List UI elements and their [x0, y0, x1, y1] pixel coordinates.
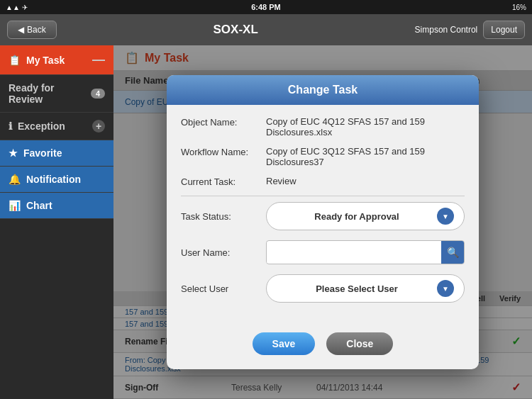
task-status-value: Ready for Approval — [277, 211, 437, 222]
object-name-field: Object Name: Copy of EUC 4Q12 SFAS 157 a… — [181, 116, 465, 137]
close-button[interactable]: Close — [326, 332, 393, 355]
badge-count: 4 — [91, 89, 105, 99]
change-task-modal: Change Task Object Name: Copy of EUC 4Q1… — [167, 75, 479, 369]
chevron-down-icon: ▼ — [437, 208, 454, 225]
wifi-icon: ▲▲ ✈ — [6, 4, 28, 11]
select-user-label: Select User — [181, 283, 266, 294]
minus-icon: — — [92, 52, 105, 67]
sidebar: 📋 My Task — Ready for Review 4 ℹ Excepti… — [0, 45, 113, 399]
sidebar-item-chart[interactable]: 📊 Chart — [0, 193, 113, 219]
current-task-value: Review — [266, 176, 465, 186]
workflow-name-label: Workflow Name: — [181, 146, 266, 157]
status-time: 6:48 PM — [251, 3, 281, 11]
content-area: 📋 My Task File Name Req. Action Prev. Us… — [113, 45, 532, 399]
object-name-value: Copy of EUC 4Q12 SFAS 157 and 159 Disclo… — [266, 116, 465, 137]
sidebar-item-label: Exception — [18, 120, 65, 132]
modal-header: Change Task — [167, 75, 479, 105]
back-label: Back — [27, 25, 46, 35]
workflow-name-value: Copy of EUC 3Q12 SFAS 157 and 159 Disclo… — [266, 146, 465, 167]
clipboard-icon: 📋 — [9, 55, 21, 66]
back-chevron-icon: ◀ — [18, 25, 24, 35]
top-nav-bar: ◀ Back SOX-XL Simpson Control Logout — [0, 14, 532, 45]
logout-button[interactable]: Logout — [483, 21, 525, 39]
modal-body: Object Name: Copy of EUC 4Q12 SFAS 157 a… — [167, 105, 479, 324]
search-button[interactable]: 🔍 — [441, 241, 464, 264]
sidebar-item-label: Favorite — [23, 147, 62, 159]
user-name-field: User Name: 🔍 — [181, 240, 465, 264]
sidebar-item-label: Chart — [26, 200, 52, 211]
user-name-label: User Name: — [181, 247, 266, 258]
star-icon: ★ — [9, 147, 18, 159]
sidebar-item-notification[interactable]: 🔔 Notification — [0, 167, 113, 193]
modal-divider — [181, 196, 465, 196]
modal-overlay: Change Task Object Name: Copy of EUC 4Q1… — [113, 45, 532, 399]
back-button[interactable]: ◀ Back — [7, 21, 57, 39]
user-name-label: Simpson Control — [415, 25, 478, 35]
modal-title: Change Task — [288, 84, 358, 96]
select-user-dropdown[interactable]: Please Select User ▼ — [266, 274, 465, 303]
select-user-value: Please Select User — [277, 283, 437, 294]
bell-icon: 🔔 — [9, 174, 21, 185]
task-status-label: Task Status: — [181, 211, 266, 222]
user-name-control: 🔍 — [266, 240, 465, 264]
sidebar-item-exception[interactable]: ℹ Exception + — [0, 113, 113, 140]
select-user-field: Select User Please Select User ▼ — [181, 274, 465, 303]
main-layout: 📋 My Task — Ready for Review 4 ℹ Excepti… — [0, 45, 532, 399]
task-status-select[interactable]: Ready for Approval ▼ — [266, 202, 465, 230]
current-task-label: Current Task: — [181, 176, 266, 187]
chevron-down-icon-2: ▼ — [437, 280, 454, 297]
save-button[interactable]: Save — [253, 332, 316, 355]
app-title: SOX-XL — [213, 23, 257, 37]
nav-right-section: Simpson Control Logout — [415, 21, 525, 39]
sidebar-item-label: Notification — [26, 174, 81, 185]
sidebar-item-label: My Task — [26, 55, 65, 66]
object-name-label: Object Name: — [181, 116, 266, 128]
workflow-name-field: Workflow Name: Copy of EUC 3Q12 SFAS 157… — [181, 146, 465, 167]
sidebar-item-favorite[interactable]: ★ Favorite — [0, 140, 113, 167]
battery-indicator: 16% — [512, 4, 526, 11]
task-status-control[interactable]: Ready for Approval ▼ — [266, 202, 465, 230]
sidebar-item-ready-for-review[interactable]: Ready for Review 4 — [0, 75, 113, 113]
select-user-control[interactable]: Please Select User ▼ — [266, 274, 465, 303]
sidebar-item-my-task[interactable]: 📋 My Task — — [0, 45, 113, 75]
plus-icon: + — [92, 120, 105, 133]
user-name-input[interactable] — [267, 242, 441, 263]
status-bar: ▲▲ ✈ 6:48 PM 16% — [0, 0, 532, 14]
user-name-input-container: 🔍 — [266, 240, 465, 264]
current-task-field: Current Task: Review — [181, 176, 465, 187]
task-status-field: Task Status: Ready for Approval ▼ — [181, 202, 465, 230]
modal-footer: Save Close — [167, 324, 479, 369]
info-icon: ℹ — [9, 120, 12, 132]
chart-icon: 📊 — [9, 200, 21, 211]
sidebar-item-label: Ready for Review — [9, 82, 85, 105]
